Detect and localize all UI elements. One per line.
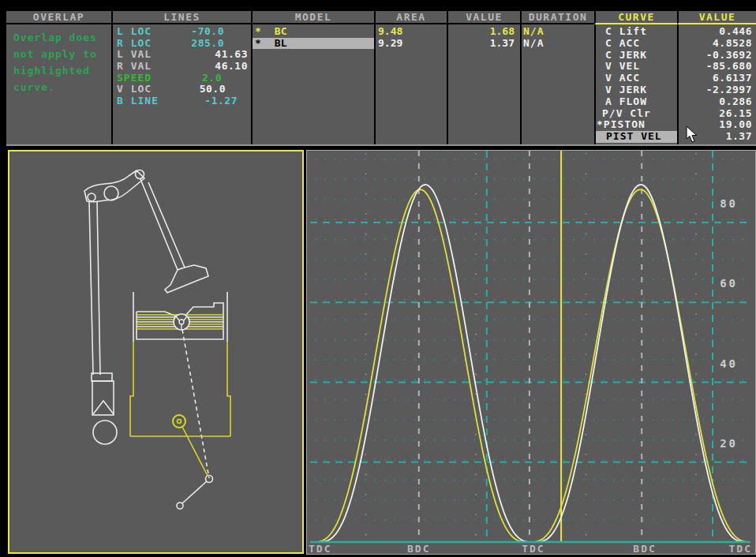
- area-panel: 9.48 9.29: [374, 24, 447, 144]
- curve-row[interactable]: P/V Clr: [596, 108, 677, 120]
- duration-cell: N/A: [522, 38, 594, 50]
- crank-arm: [182, 481, 207, 503]
- connecting-rod: [182, 330, 209, 478]
- curve-BC: [310, 189, 750, 542]
- panel-content-row: Overlap does not apply to highlighted cu…: [6, 24, 756, 146]
- header-curve: CURVE: [594, 11, 677, 24]
- y-tick-label: 40: [720, 357, 738, 370]
- lifter-wedge: [93, 401, 114, 414]
- curve-value: 26.15: [679, 108, 756, 120]
- model-marker: *: [253, 38, 261, 50]
- x-axis-label: BDC: [407, 543, 430, 554]
- curve-row[interactable]: C Lift: [596, 26, 677, 38]
- mechanism-diagram-panel: [8, 150, 304, 554]
- curve-row[interactable]: A FLOW: [596, 96, 677, 108]
- value-panel: 1.68 1.37: [447, 24, 520, 144]
- curve-value: -0.3692: [679, 50, 756, 62]
- lines-row[interactable]: V LOC50.0: [113, 84, 251, 95]
- curve-value: -2.2997: [679, 84, 756, 96]
- curve-row[interactable]: C JERK: [596, 50, 677, 62]
- crank-center: [177, 503, 183, 509]
- curve-value: 4.8528: [679, 38, 756, 50]
- model-marker: *: [253, 26, 261, 38]
- model-row-bc[interactable]: *BC: [253, 26, 374, 38]
- curve-row[interactable]: V ACC: [596, 73, 677, 84]
- overlap-panel: Overlap does not apply to highlighted cu…: [6, 24, 111, 144]
- header-lines: LINES: [111, 11, 251, 24]
- curve-panel: C Lift C ACC C JERK V VEL V ACC V JERK A…: [594, 24, 677, 144]
- lines-row[interactable]: R LOC285.0: [113, 38, 251, 50]
- lines-row[interactable]: L VAL41.63: [113, 49, 251, 61]
- curve-value: 6.6137: [679, 73, 756, 84]
- lines-row[interactable]: L LOC-70.0: [113, 26, 251, 38]
- header-model: MODEL: [251, 11, 374, 24]
- x-axis-label: BDC: [633, 543, 656, 554]
- x-axis-label: TDC: [522, 543, 545, 554]
- lines-panel: L LOC-70.0 R LOC285.0 L VAL41.63 R VAL46…: [111, 24, 251, 144]
- curve-row-selected[interactable]: PIST VEL: [596, 131, 677, 143]
- lift-chart-panel[interactable]: 80604020TDCBDCTDCBDCTDC: [306, 150, 756, 555]
- lifter-collar: [92, 373, 112, 381]
- valve-stem: [140, 179, 185, 270]
- header-value: VALUE: [447, 11, 520, 24]
- valve-head: [165, 265, 208, 293]
- curve-value: -85.680: [679, 61, 756, 73]
- header-duration: DURATION: [520, 11, 594, 24]
- x-axis-label: TDC: [729, 543, 752, 554]
- y-tick-label: 80: [720, 197, 738, 210]
- area-value: 9.48: [376, 26, 447, 38]
- value-cell: 1.68: [448, 26, 520, 38]
- valvetrain-diagram: [9, 151, 302, 552]
- rocker-left-pin: [88, 193, 95, 201]
- curve-value: 0.286: [679, 96, 756, 108]
- wrist-pin-roller: [173, 415, 185, 428]
- title-bar: Cam: CAM1-001.CPP E2 Geometry: BL C/L: -…: [0, 0, 756, 11]
- y-tick-label: 20: [720, 437, 738, 450]
- model-panel: *BC *BL: [251, 24, 374, 144]
- value-cell: 1.37: [448, 38, 520, 50]
- cam-design-app: { "title_bar": { "cam_label": "Cam:", "c…: [0, 0, 756, 557]
- wrist-pin-roller-center: [178, 420, 182, 424]
- curve-row[interactable]: V VEL: [596, 61, 677, 73]
- rocker-pivot: [104, 186, 118, 200]
- duration-cell: N/A: [522, 26, 594, 38]
- model-row-bl-selected[interactable]: *BL: [253, 38, 374, 50]
- lines-row[interactable]: B LINE-1.27: [113, 95, 251, 107]
- x-axis-label: TDC: [309, 543, 331, 554]
- mouse-cursor: [686, 126, 698, 144]
- lift-chart[interactable]: 80604020TDCBDCTDCBDCTDC: [307, 151, 755, 554]
- curve-row[interactable]: *PISTON: [596, 119, 677, 131]
- header-curve-value: VALUE: [677, 11, 756, 24]
- curve-row[interactable]: V JERK: [596, 84, 677, 96]
- header-area: AREA: [374, 11, 447, 24]
- duration-panel: N/A N/A: [520, 24, 594, 144]
- curve-row[interactable]: C ACC: [596, 38, 677, 50]
- lines-row[interactable]: SPEED2.0: [113, 73, 251, 84]
- header-overlap: OVERLAP: [6, 11, 111, 24]
- area-value: 9.29: [376, 38, 447, 50]
- curve-BL: [310, 185, 750, 542]
- lines-row[interactable]: R VAL46.10: [113, 61, 251, 73]
- y-tick-label: 60: [720, 277, 738, 290]
- table-header-row: OVERLAP LINES MODEL AREA VALUE DURATION …: [6, 11, 756, 24]
- cam-circle: [93, 421, 117, 444]
- pushrod: [89, 201, 100, 375]
- curve-value: 0.446: [679, 26, 756, 38]
